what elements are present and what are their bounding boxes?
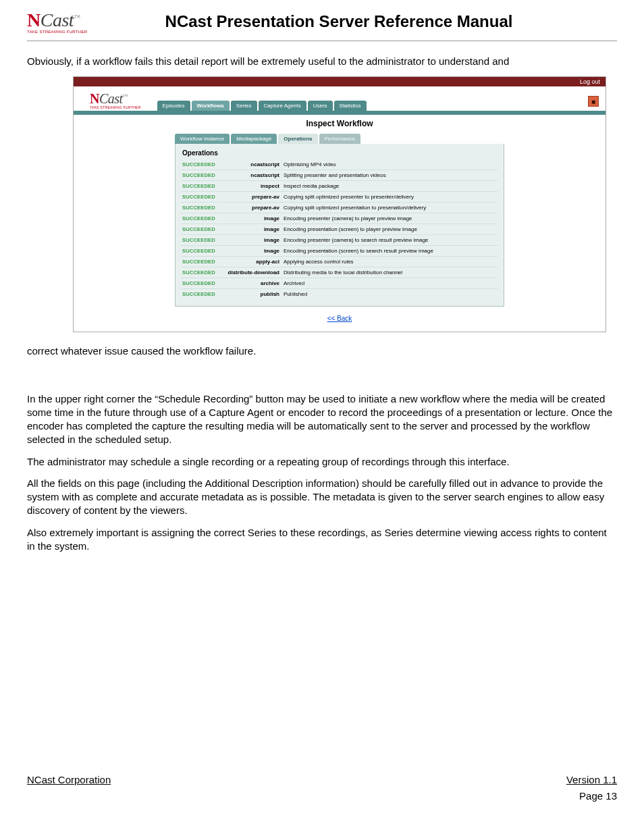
operation-row[interactable]: SUCCEEDEDinspectInspect media package (181, 181, 498, 192)
operation-description: Copying split optimized presentation to … (284, 205, 426, 211)
operation-status: SUCCEEDED (182, 269, 223, 276)
operation-label: ncastscript (223, 172, 284, 178)
operation-description: Encoding presentation (screen) to search… (284, 248, 433, 254)
back-link-wrap: << Back (74, 307, 606, 332)
main-tab-series[interactable]: Series (231, 101, 257, 111)
operation-row[interactable]: SUCCEEDEDprepare-avCopying split optimiz… (181, 192, 498, 203)
operation-label: image (223, 226, 284, 232)
operation-label: prepare-av (223, 205, 284, 211)
paragraph: Also extremely important is assigning th… (27, 526, 617, 554)
operation-description: Inspect media package (284, 183, 339, 189)
operation-row[interactable]: SUCCEEDEDpublishPublished (181, 289, 498, 299)
operation-status: SUCCEEDED (182, 248, 223, 254)
schedule-recording-icon[interactable]: ■ (588, 96, 599, 107)
operation-status: SUCCEEDED (182, 161, 223, 167)
main-tab-workflows[interactable]: Workflows (192, 101, 230, 111)
operation-row[interactable]: SUCCEEDEDimageEncoding presentation (scr… (181, 224, 498, 235)
ribbon-logo: NCast™ TAKE STREAMING FURTHER (74, 88, 151, 111)
operation-status: SUCCEEDED (182, 205, 223, 211)
main-tab-episodes[interactable]: Episodes (157, 101, 190, 111)
operation-description: Encoding presentation (screen) to player… (284, 226, 417, 232)
operation-row[interactable]: SUCCEEDEDprepare-avCopying split optimiz… (181, 203, 498, 213)
operation-row[interactable]: SUCCEEDEDimageEncoding presenter (camera… (181, 213, 498, 224)
main-tab-users[interactable]: Users (308, 101, 333, 111)
operation-row[interactable]: SUCCEEDEDimageEncoding presenter (camera… (181, 235, 498, 246)
operation-label: ncastscript (223, 161, 284, 167)
operation-label: archive (223, 280, 284, 286)
paragraph: Obviously, if a workflow fails this deta… (27, 55, 617, 68)
main-tab-statistics[interactable]: Statistics (334, 101, 367, 111)
paragraph: correct whatever issue caused the workfl… (27, 344, 617, 358)
operation-description: Distributing media to the local distribu… (284, 269, 402, 276)
paragraph: In the upper right corner the “Schedule … (27, 392, 617, 447)
operation-description: Encoding presenter (camera) to search re… (284, 237, 428, 243)
operation-row[interactable]: SUCCEEDEDdistribute-downloadDistributing… (181, 267, 498, 278)
operation-description: Archived (284, 280, 304, 286)
operation-status: SUCCEEDED (182, 172, 223, 178)
operation-row[interactable]: SUCCEEDEDapply-aclApplying access contro… (181, 257, 498, 267)
back-link[interactable]: << Back (327, 315, 352, 322)
operation-status: SUCCEEDED (182, 259, 223, 265)
main-nav-tabs: EpisodesWorkflowsSeriesCapture AgentsUse… (157, 101, 367, 111)
operation-description: Published (284, 291, 307, 297)
operation-description: Applying access control rules (284, 259, 354, 265)
operation-row[interactable]: SUCCEEDEDncastscriptSplitting presenter … (181, 170, 498, 181)
operation-status: SUCCEEDED (182, 237, 223, 243)
operation-status: SUCCEEDED (182, 194, 223, 200)
body-text-3: In the upper right corner the “Schedule … (27, 392, 617, 554)
operation-row[interactable]: SUCCEEDEDarchiveArchived (181, 278, 498, 289)
logout-link[interactable]: Log out (580, 78, 600, 85)
operation-label: image (223, 215, 284, 221)
screen-title: Inspect Workflow (74, 115, 606, 134)
logo-n: N (27, 9, 41, 30)
operation-label: image (223, 248, 284, 254)
sub-nav-tabs: Workflow InstanceMediapackageOperationsP… (175, 134, 606, 144)
operation-status: SUCCEEDED (182, 280, 223, 286)
sub-tab-operations[interactable]: Operations (278, 134, 317, 144)
sub-tab-performance[interactable]: Performance (319, 134, 361, 144)
operation-label: publish (223, 291, 284, 297)
operation-label: image (223, 237, 284, 243)
sub-tab-workflow-instance[interactable]: Workflow Instance (175, 134, 230, 144)
ncast-logo: NCast™ TAKE STREAMING FURTHER (27, 9, 128, 34)
app-topbar: Log out (74, 77, 606, 86)
app-ribbon: NCast™ TAKE STREAMING FURTHER EpisodesWo… (74, 86, 606, 111)
operations-header: Operations (182, 149, 498, 157)
logo-cast: Cast (41, 9, 74, 30)
sub-tab-mediapackage[interactable]: Mediapackage (231, 134, 277, 144)
operation-label: inspect (223, 183, 284, 189)
operation-row[interactable]: SUCCEEDEDimageEncoding presentation (scr… (181, 246, 498, 257)
operation-status: SUCCEEDED (182, 215, 223, 221)
operation-label: distribute-download (223, 269, 284, 276)
operation-status: SUCCEEDED (182, 291, 223, 297)
operation-description: Copying split optimized presenter to pre… (284, 194, 414, 200)
paragraph: All the fields on this page (including t… (27, 477, 617, 518)
body-text-2: correct whatever issue caused the workfl… (27, 344, 617, 358)
operation-label: prepare-av (223, 194, 284, 200)
operation-status: SUCCEEDED (182, 183, 223, 189)
inspect-workflow-screenshot: Log out NCast™ TAKE STREAMING FURTHER Ep… (73, 76, 606, 332)
main-tab-capture-agents[interactable]: Capture Agents (259, 101, 306, 111)
document-title: NCast Presentation Server Reference Manu… (128, 12, 617, 31)
operation-row[interactable]: SUCCEEDEDncastscriptOptimizing MP4 video (181, 159, 498, 170)
operation-description: Encoding presenter (camera) to player pr… (284, 215, 412, 221)
paragraph: The administrator may schedule a single … (27, 455, 617, 469)
operation-description: Splitting presenter and presentation vid… (284, 172, 386, 178)
operation-label: apply-acl (223, 259, 284, 265)
operation-description: Optimizing MP4 video (284, 161, 336, 167)
body-text-1: Obviously, if a workflow fails this deta… (27, 55, 617, 68)
operations-panel: Operations SUCCEEDEDncastscriptOptimizin… (175, 144, 504, 307)
operations-list: SUCCEEDEDncastscriptOptimizing MP4 video… (181, 159, 498, 299)
operation-status: SUCCEEDED (182, 226, 223, 232)
page-header: NCast™ TAKE STREAMING FURTHER NCast Pres… (27, 0, 617, 41)
logo-tagline: TAKE STREAMING FURTHER (27, 30, 128, 34)
